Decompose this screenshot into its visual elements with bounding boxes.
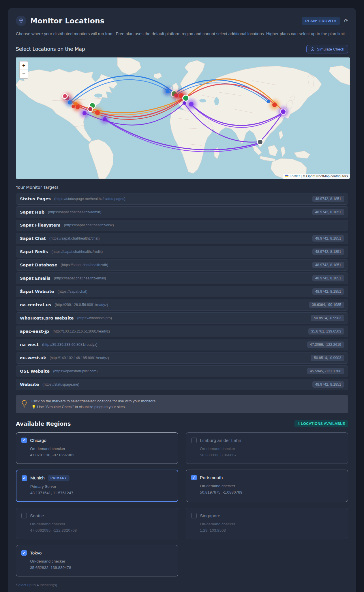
- target-url: (http://149.102.146.185:8081/readyz): [50, 356, 109, 360]
- region-checkbox[interactable]: ✓: [191, 475, 197, 480]
- region-card[interactable]: ✓ Tokyo On-demand checker 35.652832, 139…: [16, 545, 178, 576]
- target-url: (https://sapat.chat/healthz/chat): [49, 236, 100, 240]
- target-url: (https://statuspage.me): [42, 382, 79, 386]
- target-row: Sapat Redis (https://sapat.chat/healthz/…: [16, 246, 348, 257]
- selection-limit-note: Select up to 4 location(s).: [16, 583, 348, 587]
- target-coordinates-badge: 48.9742, 8.1851: [312, 196, 344, 202]
- target-name: Sapat Emails: [20, 276, 50, 281]
- regions-grid: ✓ Chicago On-demand checker 41.8781136, …: [16, 432, 348, 576]
- target-row: Šapat Website (https://sapat.chat) 48.97…: [16, 286, 348, 297]
- region-checkbox[interactable]: ✓: [21, 550, 27, 556]
- map-marker[interactable]: [183, 101, 186, 105]
- region-checker-type: On-demand checker: [200, 522, 343, 526]
- region-checkbox[interactable]: ✓: [191, 513, 197, 518]
- tip-line-2: 💡 Use "Simulate Check" to visualize ping…: [31, 404, 157, 410]
- region-card[interactable]: ✓ Munich PRIMARY Primary Server 48.13715…: [16, 470, 178, 502]
- region-checker-type: On-demand checker: [30, 522, 173, 526]
- region-checkbox[interactable]: ✓: [191, 438, 197, 443]
- map-marker[interactable]: [103, 117, 107, 121]
- page-title: Monitor Locations: [30, 17, 104, 25]
- map-marker[interactable]: [272, 102, 277, 107]
- header: Monitor Locations PLAN: GROWTH ⟳: [16, 16, 348, 26]
- region-checker-type: On-demand checker: [30, 447, 173, 451]
- region-card[interactable]: ✓ Limburg an der Lahn On-demand checker …: [186, 432, 348, 464]
- target-name: Sapat Filesystem: [20, 223, 61, 227]
- targets-list: Status Pages (https://statuspage.me/heal…: [16, 193, 348, 390]
- region-coordinates: 1.29, 103.8503: [200, 528, 343, 533]
- region-coordinates: 35.652832, 139.839478: [30, 565, 173, 570]
- target-name: Sapat Database: [20, 263, 57, 267]
- map-marker[interactable]: [68, 100, 72, 104]
- targets-heading: Your Monitor Targets: [16, 185, 348, 190]
- target-name: Sapat Hub: [20, 210, 44, 214]
- map-marker[interactable]: [183, 96, 188, 101]
- target-row: Status Pages (https://statuspage.me/heal…: [16, 193, 348, 205]
- page-description: Choose where your distributed monitors w…: [16, 31, 348, 38]
- target-coordinates-badge: 48.9742, 8.1851: [312, 381, 344, 388]
- play-circle-icon: [310, 47, 315, 51]
- map-marker[interactable]: [166, 89, 170, 93]
- map-marker[interactable]: [281, 109, 286, 114]
- map-section-title: Select Locations on the Map: [16, 46, 85, 52]
- region-card[interactable]: ✓ Singapore On-demand checker 1.29, 103.…: [186, 508, 348, 539]
- map-marker[interactable]: [267, 100, 270, 103]
- leaflet-map[interactable]: + − Leaflet | © OpenStreetMap contributo…: [16, 57, 350, 179]
- simulate-check-label: Simulate Check: [317, 47, 344, 51]
- map-marker[interactable]: [258, 140, 262, 144]
- map-marker[interactable]: [95, 110, 100, 115]
- target-row: Sapat Hub (https://sapat.chat/healthz/ad…: [16, 206, 348, 218]
- target-url: (http://85.239.233.60:8081/readyz): [42, 343, 97, 347]
- target-url: (https://sapat.chat/healthz/admin): [48, 210, 101, 214]
- region-checker-type: On-demand checker: [30, 559, 173, 563]
- locations-available-badge: 4 LOCATIONS AVAILABLE: [294, 420, 348, 427]
- target-row: eu-west-uk (http://149.102.146.185:8081/…: [16, 352, 348, 364]
- map-marker[interactable]: [189, 102, 194, 107]
- map-marker[interactable]: [72, 105, 75, 108]
- map-marker[interactable]: [88, 107, 92, 111]
- target-coordinates-badge: 45.5945, -121.1786: [307, 368, 344, 374]
- target-name: apac-east-jp: [20, 329, 49, 334]
- world-map: [16, 57, 350, 179]
- zoom-out-button[interactable]: −: [20, 70, 28, 78]
- region-card[interactable]: ✓ Chicago On-demand checker 41.8781136, …: [16, 432, 178, 464]
- region-checkbox[interactable]: ✓: [21, 513, 27, 518]
- primary-badge: PRIMARY: [48, 475, 70, 481]
- target-coordinates-badge: 47.3066, -122.2619: [307, 341, 344, 348]
- region-coordinates: 50.8197675, -1.0880769: [200, 490, 343, 494]
- refresh-icon[interactable]: ⟳: [344, 18, 348, 23]
- target-coordinates-badge: 50.8514, -0.9903: [311, 315, 344, 321]
- target-name: Sapat Chat: [20, 236, 46, 241]
- target-coordinates-badge: 48.9742, 8.1851: [312, 288, 344, 295]
- target-name: Website: [20, 382, 39, 387]
- target-url: (https://sapat.chat): [57, 290, 87, 294]
- region-card[interactable]: ✓ Seattle On-demand checker 47.6062095, …: [16, 508, 178, 539]
- map-marker[interactable]: [63, 94, 67, 98]
- region-checkbox[interactable]: ✓: [21, 438, 27, 443]
- check-icon: ✓: [192, 476, 196, 479]
- region-name: Tokyo: [30, 550, 42, 556]
- region-card[interactable]: ✓ Portsmouth On-demand checker 50.819767…: [186, 470, 348, 502]
- check-icon: ✓: [22, 438, 26, 442]
- region-checkbox[interactable]: ✓: [22, 475, 27, 481]
- map-marker[interactable]: [82, 111, 87, 115]
- region-coordinates: 41.8781136, -87.6297982: [30, 453, 173, 457]
- simulate-check-button[interactable]: Simulate Check: [306, 45, 348, 53]
- ukraine-flag-icon: [285, 175, 288, 177]
- region-name: Munich: [30, 475, 45, 481]
- target-row: Sapat Chat (https://sapat.chat/healthz/c…: [16, 233, 348, 244]
- target-coordinates-badge: 48.9742, 8.1851: [312, 235, 344, 242]
- map-marker[interactable]: [76, 105, 80, 109]
- target-url: (https://sapat.chat/healthz/email): [54, 276, 106, 280]
- region-name: Portsmouth: [200, 475, 223, 480]
- target-url: (https://statuspage.me/healthz/status-pa…: [54, 197, 125, 201]
- region-checker-type: On-demand checker: [200, 447, 343, 451]
- target-coordinates-badge: 35.6761, 139.6503: [308, 328, 344, 335]
- zoom-in-button[interactable]: +: [20, 61, 28, 70]
- leaflet-link[interactable]: Leaflet: [290, 174, 300, 178]
- target-coordinates-badge: 48.9742, 8.1851: [312, 209, 344, 215]
- target-row: na-central-us (http://209.126.0.56:8081/…: [16, 299, 348, 311]
- target-name: Status Pages: [20, 197, 51, 201]
- attribution-separator: |: [301, 174, 302, 178]
- target-row: na-west (http://85.239.233.60:8081/ready…: [16, 339, 348, 350]
- map-attribution: Leaflet | © OpenStreetMap contributors: [283, 174, 350, 179]
